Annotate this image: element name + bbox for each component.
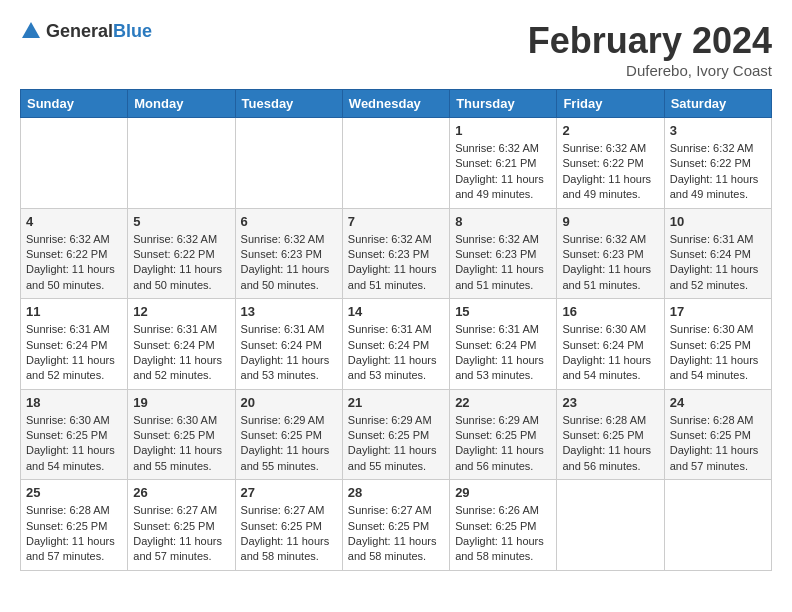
day-number: 23	[562, 395, 658, 410]
day-number: 29	[455, 485, 551, 500]
day-number: 4	[26, 214, 122, 229]
day-number: 22	[455, 395, 551, 410]
calendar-week-2: 4Sunrise: 6:32 AM Sunset: 6:22 PM Daylig…	[21, 208, 772, 299]
day-info: Sunrise: 6:32 AM Sunset: 6:22 PM Dayligh…	[133, 232, 229, 294]
calendar-cell	[128, 118, 235, 209]
calendar-cell: 24Sunrise: 6:28 AM Sunset: 6:25 PM Dayli…	[664, 389, 771, 480]
calendar-cell: 4Sunrise: 6:32 AM Sunset: 6:22 PM Daylig…	[21, 208, 128, 299]
day-of-week-saturday: Saturday	[664, 90, 771, 118]
day-number: 8	[455, 214, 551, 229]
day-info: Sunrise: 6:31 AM Sunset: 6:24 PM Dayligh…	[670, 232, 766, 294]
day-of-week-thursday: Thursday	[450, 90, 557, 118]
logo-icon	[20, 20, 42, 42]
day-info: Sunrise: 6:28 AM Sunset: 6:25 PM Dayligh…	[26, 503, 122, 565]
day-info: Sunrise: 6:29 AM Sunset: 6:25 PM Dayligh…	[348, 413, 444, 475]
day-info: Sunrise: 6:27 AM Sunset: 6:25 PM Dayligh…	[133, 503, 229, 565]
day-info: Sunrise: 6:32 AM Sunset: 6:21 PM Dayligh…	[455, 141, 551, 203]
day-info: Sunrise: 6:32 AM Sunset: 6:23 PM Dayligh…	[348, 232, 444, 294]
calendar-cell: 25Sunrise: 6:28 AM Sunset: 6:25 PM Dayli…	[21, 480, 128, 571]
day-info: Sunrise: 6:32 AM Sunset: 6:23 PM Dayligh…	[241, 232, 337, 294]
days-of-week-row: SundayMondayTuesdayWednesdayThursdayFrid…	[21, 90, 772, 118]
day-info: Sunrise: 6:32 AM Sunset: 6:22 PM Dayligh…	[562, 141, 658, 203]
day-number: 18	[26, 395, 122, 410]
calendar-cell	[21, 118, 128, 209]
day-number: 5	[133, 214, 229, 229]
calendar-cell: 22Sunrise: 6:29 AM Sunset: 6:25 PM Dayli…	[450, 389, 557, 480]
calendar-cell: 27Sunrise: 6:27 AM Sunset: 6:25 PM Dayli…	[235, 480, 342, 571]
day-number: 7	[348, 214, 444, 229]
calendar-week-4: 18Sunrise: 6:30 AM Sunset: 6:25 PM Dayli…	[21, 389, 772, 480]
svg-marker-0	[22, 22, 40, 38]
calendar-cell: 17Sunrise: 6:30 AM Sunset: 6:25 PM Dayli…	[664, 299, 771, 390]
day-info: Sunrise: 6:32 AM Sunset: 6:22 PM Dayligh…	[26, 232, 122, 294]
day-info: Sunrise: 6:32 AM Sunset: 6:23 PM Dayligh…	[562, 232, 658, 294]
day-of-week-monday: Monday	[128, 90, 235, 118]
logo-text: GeneralBlue	[46, 21, 152, 42]
day-number: 3	[670, 123, 766, 138]
day-number: 11	[26, 304, 122, 319]
day-info: Sunrise: 6:27 AM Sunset: 6:25 PM Dayligh…	[348, 503, 444, 565]
calendar-cell: 29Sunrise: 6:26 AM Sunset: 6:25 PM Dayli…	[450, 480, 557, 571]
calendar-cell: 8Sunrise: 6:32 AM Sunset: 6:23 PM Daylig…	[450, 208, 557, 299]
day-of-week-tuesday: Tuesday	[235, 90, 342, 118]
calendar-cell	[342, 118, 449, 209]
day-info: Sunrise: 6:28 AM Sunset: 6:25 PM Dayligh…	[562, 413, 658, 475]
calendar-cell: 16Sunrise: 6:30 AM Sunset: 6:24 PM Dayli…	[557, 299, 664, 390]
calendar-cell: 19Sunrise: 6:30 AM Sunset: 6:25 PM Dayli…	[128, 389, 235, 480]
day-of-week-wednesday: Wednesday	[342, 90, 449, 118]
calendar-week-1: 1Sunrise: 6:32 AM Sunset: 6:21 PM Daylig…	[21, 118, 772, 209]
day-info: Sunrise: 6:26 AM Sunset: 6:25 PM Dayligh…	[455, 503, 551, 565]
calendar-header: SundayMondayTuesdayWednesdayThursdayFrid…	[21, 90, 772, 118]
logo-general: General	[46, 21, 113, 41]
calendar-cell: 15Sunrise: 6:31 AM Sunset: 6:24 PM Dayli…	[450, 299, 557, 390]
calendar-cell: 28Sunrise: 6:27 AM Sunset: 6:25 PM Dayli…	[342, 480, 449, 571]
calendar-cell: 6Sunrise: 6:32 AM Sunset: 6:23 PM Daylig…	[235, 208, 342, 299]
calendar-cell: 18Sunrise: 6:30 AM Sunset: 6:25 PM Dayli…	[21, 389, 128, 480]
day-info: Sunrise: 6:31 AM Sunset: 6:24 PM Dayligh…	[133, 322, 229, 384]
day-number: 24	[670, 395, 766, 410]
day-number: 21	[348, 395, 444, 410]
calendar-cell: 26Sunrise: 6:27 AM Sunset: 6:25 PM Dayli…	[128, 480, 235, 571]
day-number: 26	[133, 485, 229, 500]
calendar-cell: 9Sunrise: 6:32 AM Sunset: 6:23 PM Daylig…	[557, 208, 664, 299]
day-number: 20	[241, 395, 337, 410]
day-number: 17	[670, 304, 766, 319]
day-number: 16	[562, 304, 658, 319]
calendar-body: 1Sunrise: 6:32 AM Sunset: 6:21 PM Daylig…	[21, 118, 772, 571]
calendar-cell: 10Sunrise: 6:31 AM Sunset: 6:24 PM Dayli…	[664, 208, 771, 299]
calendar-cell: 20Sunrise: 6:29 AM Sunset: 6:25 PM Dayli…	[235, 389, 342, 480]
day-number: 6	[241, 214, 337, 229]
day-number: 2	[562, 123, 658, 138]
calendar-week-5: 25Sunrise: 6:28 AM Sunset: 6:25 PM Dayli…	[21, 480, 772, 571]
day-info: Sunrise: 6:27 AM Sunset: 6:25 PM Dayligh…	[241, 503, 337, 565]
calendar-cell: 11Sunrise: 6:31 AM Sunset: 6:24 PM Dayli…	[21, 299, 128, 390]
calendar-cell	[235, 118, 342, 209]
day-info: Sunrise: 6:32 AM Sunset: 6:22 PM Dayligh…	[670, 141, 766, 203]
calendar-cell: 5Sunrise: 6:32 AM Sunset: 6:22 PM Daylig…	[128, 208, 235, 299]
day-of-week-sunday: Sunday	[21, 90, 128, 118]
calendar-cell: 21Sunrise: 6:29 AM Sunset: 6:25 PM Dayli…	[342, 389, 449, 480]
day-number: 15	[455, 304, 551, 319]
calendar-table: SundayMondayTuesdayWednesdayThursdayFrid…	[20, 89, 772, 571]
calendar-cell: 13Sunrise: 6:31 AM Sunset: 6:24 PM Dayli…	[235, 299, 342, 390]
day-number: 1	[455, 123, 551, 138]
calendar-cell: 23Sunrise: 6:28 AM Sunset: 6:25 PM Dayli…	[557, 389, 664, 480]
day-info: Sunrise: 6:30 AM Sunset: 6:24 PM Dayligh…	[562, 322, 658, 384]
calendar-cell	[557, 480, 664, 571]
day-info: Sunrise: 6:31 AM Sunset: 6:24 PM Dayligh…	[348, 322, 444, 384]
day-info: Sunrise: 6:29 AM Sunset: 6:25 PM Dayligh…	[455, 413, 551, 475]
day-number: 27	[241, 485, 337, 500]
calendar-cell: 2Sunrise: 6:32 AM Sunset: 6:22 PM Daylig…	[557, 118, 664, 209]
day-info: Sunrise: 6:32 AM Sunset: 6:23 PM Dayligh…	[455, 232, 551, 294]
calendar-cell: 7Sunrise: 6:32 AM Sunset: 6:23 PM Daylig…	[342, 208, 449, 299]
main-title: February 2024	[528, 20, 772, 62]
calendar-cell: 3Sunrise: 6:32 AM Sunset: 6:22 PM Daylig…	[664, 118, 771, 209]
day-number: 9	[562, 214, 658, 229]
day-info: Sunrise: 6:30 AM Sunset: 6:25 PM Dayligh…	[133, 413, 229, 475]
calendar-cell: 1Sunrise: 6:32 AM Sunset: 6:21 PM Daylig…	[450, 118, 557, 209]
calendar-week-3: 11Sunrise: 6:31 AM Sunset: 6:24 PM Dayli…	[21, 299, 772, 390]
subtitle: Duferebo, Ivory Coast	[528, 62, 772, 79]
title-area: February 2024 Duferebo, Ivory Coast	[528, 20, 772, 79]
calendar-cell	[664, 480, 771, 571]
day-number: 28	[348, 485, 444, 500]
